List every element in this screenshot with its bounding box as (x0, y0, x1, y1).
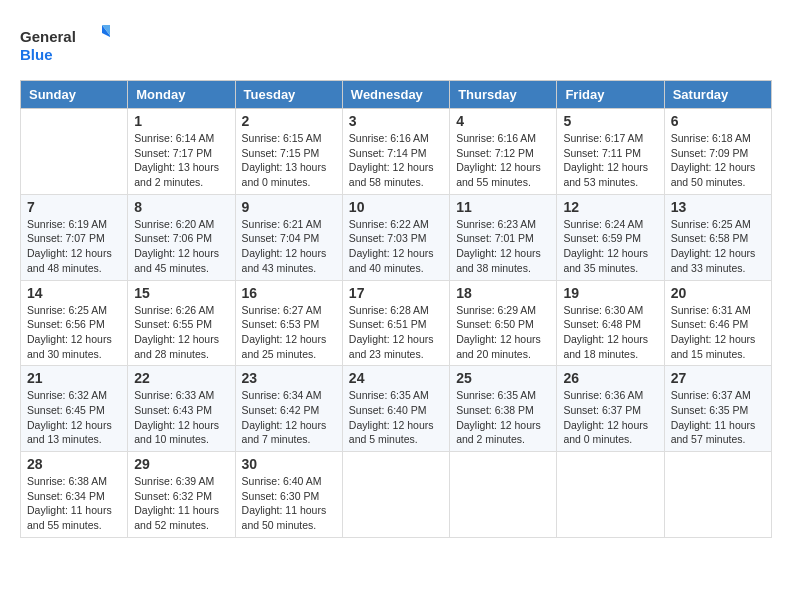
calendar-cell: 15 Sunrise: 6:26 AMSunset: 6:55 PMDaylig… (128, 280, 235, 366)
day-info: Sunrise: 6:15 AMSunset: 7:15 PMDaylight:… (242, 132, 327, 188)
calendar-cell: 29 Sunrise: 6:39 AMSunset: 6:32 PMDaylig… (128, 452, 235, 538)
calendar-cell: 13 Sunrise: 6:25 AMSunset: 6:58 PMDaylig… (664, 194, 771, 280)
calendar-cell: 17 Sunrise: 6:28 AMSunset: 6:51 PMDaylig… (342, 280, 449, 366)
day-number: 10 (349, 199, 443, 215)
day-info: Sunrise: 6:39 AMSunset: 6:32 PMDaylight:… (134, 475, 219, 531)
day-number: 15 (134, 285, 228, 301)
calendar-cell: 3 Sunrise: 6:16 AMSunset: 7:14 PMDayligh… (342, 109, 449, 195)
calendar-cell: 7 Sunrise: 6:19 AMSunset: 7:07 PMDayligh… (21, 194, 128, 280)
header-sunday: Sunday (21, 81, 128, 109)
calendar-cell: 1 Sunrise: 6:14 AMSunset: 7:17 PMDayligh… (128, 109, 235, 195)
calendar-header-row: SundayMondayTuesdayWednesdayThursdayFrid… (21, 81, 772, 109)
day-number: 29 (134, 456, 228, 472)
day-info: Sunrise: 6:20 AMSunset: 7:06 PMDaylight:… (134, 218, 219, 274)
day-info: Sunrise: 6:33 AMSunset: 6:43 PMDaylight:… (134, 389, 219, 445)
day-number: 28 (27, 456, 121, 472)
day-number: 13 (671, 199, 765, 215)
day-info: Sunrise: 6:27 AMSunset: 6:53 PMDaylight:… (242, 304, 327, 360)
calendar-cell: 10 Sunrise: 6:22 AMSunset: 7:03 PMDaylig… (342, 194, 449, 280)
calendar-cell: 19 Sunrise: 6:30 AMSunset: 6:48 PMDaylig… (557, 280, 664, 366)
day-info: Sunrise: 6:30 AMSunset: 6:48 PMDaylight:… (563, 304, 648, 360)
calendar-cell: 16 Sunrise: 6:27 AMSunset: 6:53 PMDaylig… (235, 280, 342, 366)
day-info: Sunrise: 6:14 AMSunset: 7:17 PMDaylight:… (134, 132, 219, 188)
svg-text:General: General (20, 28, 76, 45)
day-number: 25 (456, 370, 550, 386)
calendar-cell: 23 Sunrise: 6:34 AMSunset: 6:42 PMDaylig… (235, 366, 342, 452)
day-number: 4 (456, 113, 550, 129)
day-number: 9 (242, 199, 336, 215)
day-info: Sunrise: 6:35 AMSunset: 6:40 PMDaylight:… (349, 389, 434, 445)
header-friday: Friday (557, 81, 664, 109)
calendar-week-3: 14 Sunrise: 6:25 AMSunset: 6:56 PMDaylig… (21, 280, 772, 366)
day-info: Sunrise: 6:17 AMSunset: 7:11 PMDaylight:… (563, 132, 648, 188)
calendar-cell: 22 Sunrise: 6:33 AMSunset: 6:43 PMDaylig… (128, 366, 235, 452)
day-info: Sunrise: 6:23 AMSunset: 7:01 PMDaylight:… (456, 218, 541, 274)
day-number: 16 (242, 285, 336, 301)
calendar-cell: 20 Sunrise: 6:31 AMSunset: 6:46 PMDaylig… (664, 280, 771, 366)
calendar-cell: 25 Sunrise: 6:35 AMSunset: 6:38 PMDaylig… (450, 366, 557, 452)
day-info: Sunrise: 6:40 AMSunset: 6:30 PMDaylight:… (242, 475, 327, 531)
day-info: Sunrise: 6:36 AMSunset: 6:37 PMDaylight:… (563, 389, 648, 445)
calendar-table: SundayMondayTuesdayWednesdayThursdayFrid… (20, 80, 772, 538)
calendar-cell: 26 Sunrise: 6:36 AMSunset: 6:37 PMDaylig… (557, 366, 664, 452)
day-info: Sunrise: 6:38 AMSunset: 6:34 PMDaylight:… (27, 475, 112, 531)
header-monday: Monday (128, 81, 235, 109)
day-info: Sunrise: 6:16 AMSunset: 7:14 PMDaylight:… (349, 132, 434, 188)
calendar-cell: 11 Sunrise: 6:23 AMSunset: 7:01 PMDaylig… (450, 194, 557, 280)
day-number: 2 (242, 113, 336, 129)
day-info: Sunrise: 6:22 AMSunset: 7:03 PMDaylight:… (349, 218, 434, 274)
calendar-cell: 24 Sunrise: 6:35 AMSunset: 6:40 PMDaylig… (342, 366, 449, 452)
day-number: 21 (27, 370, 121, 386)
day-info: Sunrise: 6:31 AMSunset: 6:46 PMDaylight:… (671, 304, 756, 360)
day-info: Sunrise: 6:37 AMSunset: 6:35 PMDaylight:… (671, 389, 756, 445)
header-wednesday: Wednesday (342, 81, 449, 109)
day-info: Sunrise: 6:34 AMSunset: 6:42 PMDaylight:… (242, 389, 327, 445)
calendar-cell (21, 109, 128, 195)
calendar-week-5: 28 Sunrise: 6:38 AMSunset: 6:34 PMDaylig… (21, 452, 772, 538)
logo-svg: General Blue (20, 20, 110, 70)
calendar-cell: 30 Sunrise: 6:40 AMSunset: 6:30 PMDaylig… (235, 452, 342, 538)
day-info: Sunrise: 6:16 AMSunset: 7:12 PMDaylight:… (456, 132, 541, 188)
calendar-cell: 5 Sunrise: 6:17 AMSunset: 7:11 PMDayligh… (557, 109, 664, 195)
calendar-cell: 6 Sunrise: 6:18 AMSunset: 7:09 PMDayligh… (664, 109, 771, 195)
day-number: 23 (242, 370, 336, 386)
day-number: 7 (27, 199, 121, 215)
day-number: 26 (563, 370, 657, 386)
day-info: Sunrise: 6:25 AMSunset: 6:56 PMDaylight:… (27, 304, 112, 360)
day-number: 17 (349, 285, 443, 301)
calendar-cell (664, 452, 771, 538)
calendar-week-2: 7 Sunrise: 6:19 AMSunset: 7:07 PMDayligh… (21, 194, 772, 280)
day-number: 12 (563, 199, 657, 215)
calendar-cell: 18 Sunrise: 6:29 AMSunset: 6:50 PMDaylig… (450, 280, 557, 366)
calendar-cell: 8 Sunrise: 6:20 AMSunset: 7:06 PMDayligh… (128, 194, 235, 280)
day-info: Sunrise: 6:28 AMSunset: 6:51 PMDaylight:… (349, 304, 434, 360)
calendar-cell: 27 Sunrise: 6:37 AMSunset: 6:35 PMDaylig… (664, 366, 771, 452)
day-info: Sunrise: 6:18 AMSunset: 7:09 PMDaylight:… (671, 132, 756, 188)
day-number: 19 (563, 285, 657, 301)
day-info: Sunrise: 6:32 AMSunset: 6:45 PMDaylight:… (27, 389, 112, 445)
day-info: Sunrise: 6:29 AMSunset: 6:50 PMDaylight:… (456, 304, 541, 360)
day-number: 11 (456, 199, 550, 215)
day-number: 1 (134, 113, 228, 129)
day-number: 3 (349, 113, 443, 129)
calendar-cell: 2 Sunrise: 6:15 AMSunset: 7:15 PMDayligh… (235, 109, 342, 195)
day-number: 27 (671, 370, 765, 386)
header-thursday: Thursday (450, 81, 557, 109)
calendar-week-4: 21 Sunrise: 6:32 AMSunset: 6:45 PMDaylig… (21, 366, 772, 452)
calendar-cell: 4 Sunrise: 6:16 AMSunset: 7:12 PMDayligh… (450, 109, 557, 195)
day-info: Sunrise: 6:25 AMSunset: 6:58 PMDaylight:… (671, 218, 756, 274)
day-info: Sunrise: 6:19 AMSunset: 7:07 PMDaylight:… (27, 218, 112, 274)
day-number: 30 (242, 456, 336, 472)
header-tuesday: Tuesday (235, 81, 342, 109)
day-number: 5 (563, 113, 657, 129)
svg-text:Blue: Blue (20, 46, 53, 63)
day-number: 20 (671, 285, 765, 301)
logo: General Blue (20, 20, 110, 70)
day-info: Sunrise: 6:26 AMSunset: 6:55 PMDaylight:… (134, 304, 219, 360)
day-number: 22 (134, 370, 228, 386)
day-info: Sunrise: 6:35 AMSunset: 6:38 PMDaylight:… (456, 389, 541, 445)
calendar-cell (450, 452, 557, 538)
page-header: General Blue (20, 20, 772, 70)
calendar-cell (342, 452, 449, 538)
day-number: 6 (671, 113, 765, 129)
